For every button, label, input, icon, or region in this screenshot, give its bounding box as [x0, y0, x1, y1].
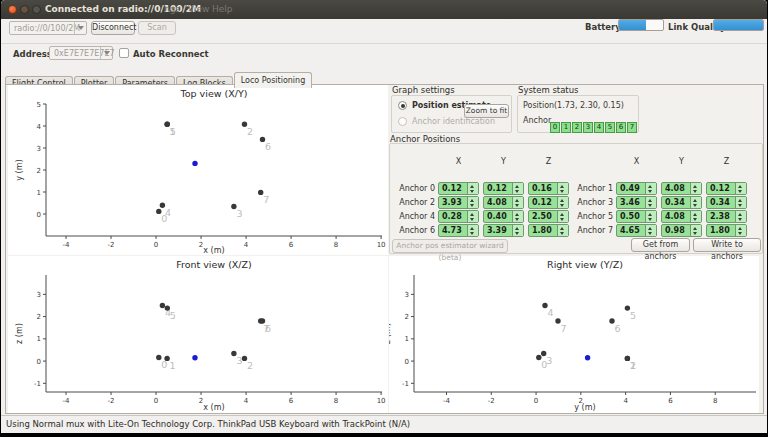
spinbox-arrows[interactable] [690, 197, 701, 208]
anchor-1-y-spinbox[interactable]: 4.08 [661, 182, 702, 195]
svg-text:6: 6 [289, 241, 294, 249]
anchor-status-label: Anchor [523, 115, 551, 127]
menu-item-settings-partial[interactable]: ngs [164, 0, 180, 19]
plot-title: Top view (X/Y) [180, 88, 248, 99]
column-header-z: Z [706, 157, 747, 166]
anchor-pos-estimator-wizard-button[interactable]: Anchor pos estimator wizard (beta) [392, 239, 508, 253]
anchor-identification-radio[interactable] [398, 117, 407, 126]
menu-item-help[interactable]: Help [212, 0, 233, 19]
spinbox-arrows[interactable] [645, 211, 656, 222]
svg-text:-1: -1 [402, 380, 409, 388]
spinbox-arrows[interactable] [690, 183, 701, 194]
window-close-button[interactable] [8, 5, 17, 14]
column-header-y: Y [661, 157, 702, 166]
anchor-dot-label: 3 [236, 208, 242, 219]
chevron-down-icon [78, 26, 84, 30]
address-spin-section[interactable] [100, 47, 112, 59]
spinbox-arrows[interactable] [467, 197, 478, 208]
tab-loco-positioning[interactable]: Loco Positioning [234, 72, 313, 88]
anchor-3-z-spinbox[interactable]: 0.34 [706, 196, 747, 209]
auto-reconnect-checkbox[interactable] [119, 48, 129, 58]
anchor-6-z-spinbox[interactable]: 1.80 [528, 224, 569, 237]
top-view-plot: -4-20246810012345Top view (X/Y)x (m)y (m… [8, 85, 388, 255]
svg-text:4: 4 [37, 123, 42, 131]
spinbox-arrows[interactable] [467, 211, 478, 222]
chevron-down-icon [104, 51, 110, 55]
spinbox-arrows[interactable] [735, 183, 746, 194]
anchor-7-z-spinbox[interactable]: 1.80 [706, 224, 747, 237]
svg-text:-4: -4 [63, 241, 71, 249]
anchor-0-z-spinbox[interactable]: 0.16 [528, 182, 569, 195]
anchor-7-status-badge: 7 [627, 122, 637, 133]
titlebar: Connected on radio://0/100/2M ngs View H… [1, 0, 767, 19]
anchor-dot-label: 4 [165, 207, 171, 218]
window-minimize-button[interactable] [20, 5, 29, 14]
anchor-dot-label: 3 [236, 355, 242, 366]
svg-text:-2: -2 [108, 397, 115, 405]
svg-text:4: 4 [244, 397, 249, 405]
spinbox-arrows[interactable] [690, 225, 701, 236]
column-header-z: Z [528, 157, 569, 166]
svg-text:-1: -1 [34, 380, 41, 388]
anchor-7-x-spinbox[interactable]: 4.65 [616, 224, 657, 237]
spinbox-arrows[interactable] [467, 225, 478, 236]
anchor-4-x-spinbox[interactable]: 0.28 [438, 210, 479, 223]
anchor-5-x-spinbox[interactable]: 0.50 [616, 210, 657, 223]
anchor-3-label: Anchor 3 [567, 196, 613, 209]
anchor-4-label: Anchor 4 [389, 210, 435, 223]
svg-text:0: 0 [405, 358, 409, 366]
anchor-0-x-spinbox[interactable]: 0.12 [438, 182, 479, 195]
position-estimate-radio[interactable] [398, 101, 407, 110]
anchor-6-y-spinbox[interactable]: 3.39 [483, 224, 524, 237]
anchor-3-x-spinbox[interactable]: 3.46 [616, 196, 657, 209]
anchor-2-y-spinbox[interactable]: 4.08 [483, 196, 524, 209]
write-to-anchors-button[interactable]: Write to anchors [693, 238, 761, 252]
spinbox-arrows[interactable] [512, 211, 523, 222]
spinbox-arrows[interactable] [512, 225, 523, 236]
svg-text:3: 3 [405, 291, 409, 299]
anchor-identification-label: Anchor identification [412, 117, 495, 127]
anchor-5-z-spinbox[interactable]: 2.38 [706, 210, 747, 223]
anchor-dot-label: 2 [247, 360, 253, 371]
spinbox-arrows[interactable] [690, 211, 701, 222]
anchor-5-status-badge: 5 [605, 122, 615, 133]
y-axis-label: z (m) [389, 323, 392, 344]
svg-text:1: 1 [405, 335, 409, 343]
anchor-dot-label: 3 [546, 355, 552, 366]
get-from-anchors-button[interactable]: Get from anchors [631, 238, 690, 252]
spinbox-arrows[interactable] [645, 183, 656, 194]
anchor-1-x-spinbox[interactable]: 0.49 [616, 182, 657, 195]
address-combo[interactable]: 0xE7E7E7E7E7 [49, 46, 113, 60]
combo-dropdown-section[interactable] [74, 22, 86, 34]
anchor-4-z-spinbox[interactable]: 2.50 [528, 210, 569, 223]
anchor-5-label: Anchor 5 [567, 210, 613, 223]
anchor-2-x-spinbox[interactable]: 3.93 [438, 196, 479, 209]
disconnect-button[interactable]: Disconnect [91, 21, 135, 35]
spinbox-arrows[interactable] [645, 197, 656, 208]
menu-item-view[interactable]: View [188, 0, 209, 19]
spinbox-arrows[interactable] [512, 183, 523, 194]
anchor-0-y-spinbox[interactable]: 0.12 [483, 182, 524, 195]
anchor-6-x-spinbox[interactable]: 4.73 [438, 224, 479, 237]
scan-button[interactable]: Scan [138, 21, 176, 35]
connection-uri-combo[interactable]: radio://0/100/2M [9, 21, 87, 35]
anchor-3-y-spinbox[interactable]: 0.34 [661, 196, 702, 209]
anchor-2-z-spinbox[interactable]: 0.12 [528, 196, 569, 209]
svg-text:4: 4 [623, 397, 628, 405]
window-maximize-button[interactable] [32, 5, 41, 14]
spinbox-arrows[interactable] [645, 225, 656, 236]
anchor-7-y-spinbox[interactable]: 0.98 [661, 224, 702, 237]
spinbox-arrows[interactable] [512, 197, 523, 208]
spinbox-arrows[interactable] [467, 183, 478, 194]
spinbox-arrows[interactable] [735, 197, 746, 208]
zoom-to-fit-button[interactable]: Zoom to fit [464, 104, 509, 118]
anchor-dot-label: 5 [630, 310, 636, 321]
anchor-1-z-spinbox[interactable]: 0.12 [706, 182, 747, 195]
anchor-5-y-spinbox[interactable]: 4.08 [661, 210, 702, 223]
spinbox-arrows[interactable] [735, 211, 746, 222]
anchor-1-status-badge: 1 [561, 122, 571, 133]
y-axis-label: y (m) [15, 159, 24, 180]
anchor-4-y-spinbox[interactable]: 0.40 [483, 210, 524, 223]
spinbox-arrows[interactable] [735, 225, 746, 236]
svg-text:10: 10 [377, 241, 386, 249]
